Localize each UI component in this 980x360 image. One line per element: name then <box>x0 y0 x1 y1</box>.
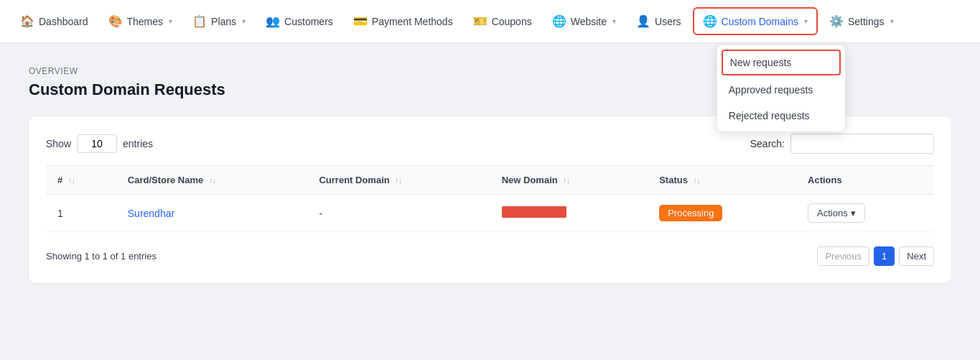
cell-num: 1 <box>46 195 116 232</box>
cell-new-domain <box>490 195 648 232</box>
next-page-button[interactable]: Next <box>899 246 934 266</box>
nav-dashboard-label: Dashboard <box>39 16 88 27</box>
nav-website-label: Website <box>571 16 607 27</box>
search-area: Search: <box>750 134 934 154</box>
search-label: Search: <box>750 138 785 149</box>
nav-dashboard[interactable]: 🏠 Dashboard <box>11 9 97 34</box>
dropdown-new-requests[interactable]: New requests <box>722 50 841 75</box>
users-icon: 👤 <box>636 14 650 28</box>
settings-chevron-icon: ▾ <box>890 17 894 25</box>
nav-customers-label: Customers <box>284 16 333 27</box>
cell-status: Processing <box>648 195 796 232</box>
coupons-icon: 🎫 <box>473 14 487 28</box>
name-link[interactable]: Surendhar <box>128 208 174 219</box>
payment-methods-icon: 💳 <box>353 14 368 28</box>
website-icon: 🌐 <box>552 14 566 28</box>
nav-customers[interactable]: 👥 Customers <box>257 9 342 34</box>
nav-coupons[interactable]: 🎫 Coupons <box>465 9 541 34</box>
requests-table: # ↑↓ Card/Store Name ↑↓ Current Domain ↑… <box>46 165 934 232</box>
nav-custom-domains[interactable]: 🌐 Custom Domains ▾ <box>693 7 818 35</box>
sort-current-domain-icon[interactable]: ↑↓ <box>395 177 402 185</box>
previous-page-button[interactable]: Previous <box>817 246 869 266</box>
nav-payment-methods-label: Payment Methods <box>372 16 453 27</box>
actions-button[interactable]: Actions ▾ <box>808 203 865 223</box>
nav-plans-label: Plans <box>211 16 236 27</box>
themes-chevron-icon: ▾ <box>169 17 172 25</box>
plans-icon: 📋 <box>192 14 207 28</box>
sort-name-icon[interactable]: ↑↓ <box>209 177 216 185</box>
table-header-row: # ↑↓ Card/Store Name ↑↓ Current Domain ↑… <box>46 166 934 195</box>
dropdown-approved-requests[interactable]: Approved requests <box>717 77 845 103</box>
website-chevron-icon: ▾ <box>612 17 616 25</box>
entries-label: entries <box>123 138 153 149</box>
plans-chevron-icon: ▾ <box>242 17 246 25</box>
col-header-status: Status ↑↓ <box>648 166 796 195</box>
nav-coupons-label: Coupons <box>492 16 532 27</box>
col-header-num: # ↑↓ <box>46 166 116 195</box>
table-controls: Show entries Search: <box>46 134 934 154</box>
sort-new-domain-icon[interactable]: ↑↓ <box>563 177 570 185</box>
custom-domains-icon: 🌐 <box>703 14 717 28</box>
show-entries-control: Show entries <box>46 134 153 153</box>
custom-domains-chevron-icon: ▾ <box>804 17 808 25</box>
cell-actions: Actions ▾ <box>796 195 934 232</box>
nav-custom-domains-label: Custom Domains <box>722 16 798 27</box>
search-input[interactable] <box>790 134 934 154</box>
new-domain-redacted-bar <box>502 206 566 218</box>
table-row: 1 Surendhar - Processing Actions ▾ <box>46 195 934 232</box>
sort-status-icon[interactable]: ↑↓ <box>694 177 701 185</box>
nav-themes[interactable]: 🎨 Themes ▾ <box>100 9 182 34</box>
actions-chevron-icon: ▾ <box>851 208 856 218</box>
custom-domains-dropdown: New requests Approved requests Rejected … <box>717 45 846 132</box>
actions-label: Actions <box>817 208 848 218</box>
col-header-new-domain: New Domain ↑↓ <box>490 166 648 195</box>
pagination-controls: Previous 1 Next <box>817 246 934 266</box>
status-badge: Processing <box>659 205 722 221</box>
cell-current-domain: - <box>307 195 490 232</box>
page-1-button[interactable]: 1 <box>874 246 895 266</box>
nav-settings-label: Settings <box>848 16 885 27</box>
nav-custom-domains-wrapper: 🌐 Custom Domains ▾ New requests Approved… <box>693 7 818 35</box>
nav-users[interactable]: 👤 Users <box>627 9 690 34</box>
settings-icon: ⚙️ <box>829 14 844 28</box>
dropdown-rejected-requests[interactable]: Rejected requests <box>717 103 845 129</box>
nav-payment-methods[interactable]: 💳 Payment Methods <box>345 9 462 34</box>
nav-website[interactable]: 🌐 Website ▾ <box>543 9 625 34</box>
themes-icon: 🎨 <box>108 14 123 28</box>
col-header-current-domain: Current Domain ↑↓ <box>307 166 490 195</box>
pagination-info: Showing 1 to 1 of 1 entries <box>46 251 157 262</box>
nav-themes-label: Themes <box>127 16 164 27</box>
customers-icon: 👥 <box>266 14 280 28</box>
col-header-actions: Actions <box>796 166 934 195</box>
nav-settings[interactable]: ⚙️ Settings ▾ <box>821 9 902 34</box>
pagination-area: Showing 1 to 1 of 1 entries Previous 1 N… <box>46 246 934 266</box>
nav-plans[interactable]: 📋 Plans ▾ <box>184 9 254 34</box>
navbar: 🏠 Dashboard 🎨 Themes ▾ 📋 Plans ▾ 👥 Custo… <box>0 0 980 43</box>
show-label: Show <box>46 138 71 149</box>
table-card: Show entries Search: # ↑↓ Card/Store Nam… <box>29 116 951 283</box>
nav-users-label: Users <box>655 16 681 27</box>
sort-num-icon[interactable]: ↑↓ <box>68 177 75 185</box>
cell-name[interactable]: Surendhar <box>116 195 308 232</box>
col-header-name: Card/Store Name ↑↓ <box>116 166 308 195</box>
entries-input[interactable] <box>77 134 117 153</box>
dashboard-icon: 🏠 <box>20 14 34 28</box>
